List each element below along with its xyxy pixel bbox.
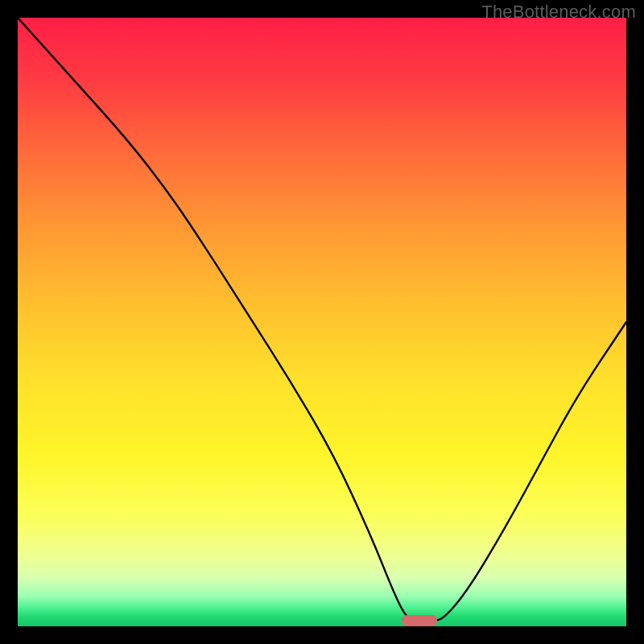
chart-frame: TheBottleneck.com (0, 0, 644, 644)
optimal-marker (402, 615, 437, 626)
plot-area (18, 18, 626, 626)
bottleneck-curve (18, 18, 626, 626)
watermark-text: TheBottleneck.com (481, 2, 636, 23)
